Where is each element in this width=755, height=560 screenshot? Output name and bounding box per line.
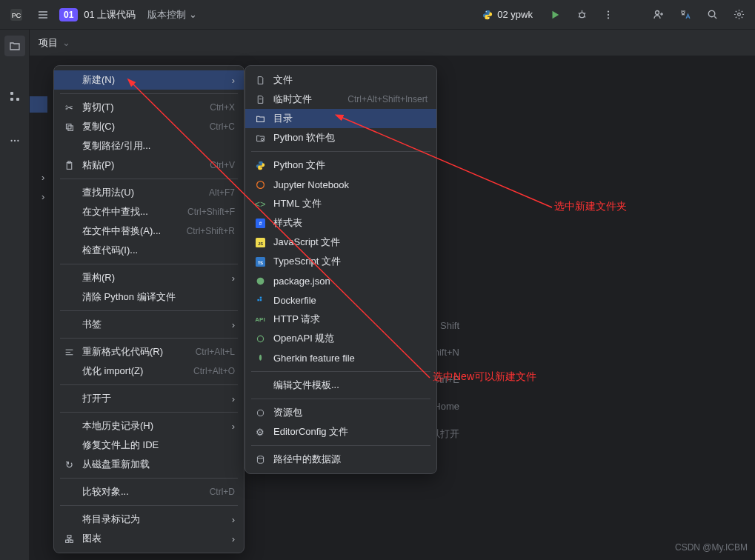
project-name[interactable]: 01 上课代码 — [84, 8, 136, 21]
new-openapi[interactable]: OpenAPI 规范 — [245, 329, 436, 348]
svg-rect-53 — [259, 296, 261, 298]
svg-point-43 — [256, 181, 264, 188]
code-with-me-icon[interactable] — [648, 4, 669, 25]
file-icon — [254, 74, 266, 86]
svg-line-20 — [714, 16, 716, 19]
new-html[interactable]: <>HTML 文件 — [245, 194, 436, 213]
new-python-file[interactable]: Python 文件 — [245, 156, 436, 175]
watermark: CSDN @My.ICBM — [675, 542, 748, 553]
svg-point-50 — [256, 277, 264, 284]
new-python-package[interactable]: Python 软件包 — [245, 128, 436, 147]
vcs-dropdown[interactable]: 版本控制⌄ — [142, 5, 203, 24]
menu-copy[interactable]: 复制(C)Ctrl+C — [54, 117, 244, 136]
menu-replace-in-files[interactable]: 在文件中替换(A)...Ctrl+Shift+R — [54, 221, 244, 241]
menu-cut[interactable]: ✂剪切(T)Ctrl+X — [54, 98, 244, 117]
svg-rect-24 — [16, 98, 19, 101]
new-package-json[interactable]: package.json — [245, 271, 436, 290]
left-toolstrip — [0, 30, 30, 560]
new-datasource[interactable]: 路径中的数据源 — [245, 450, 436, 469]
annotation-text-1: 选中新建文件夹 — [554, 200, 627, 213]
menu-open-in[interactable]: 打开于› — [54, 389, 244, 408]
main-menu-icon[interactable] — [33, 4, 53, 25]
http-icon: API — [254, 313, 266, 325]
menu-bookmarks[interactable]: 书签› — [54, 315, 244, 334]
html-icon: <> — [254, 198, 266, 210]
svg-rect-37 — [70, 540, 73, 542]
new-submenu: 文件 临时文件Ctrl+Alt+Shift+Insert 目录 Python 软… — [245, 65, 437, 474]
project-badge: 01 — [59, 8, 78, 21]
new-http[interactable]: APIHTTP 请求 — [245, 310, 436, 329]
menu-mark-dir[interactable]: 将目录标记为› — [54, 510, 244, 529]
menu-reformat[interactable]: 重新格式化代码(R)Ctrl+Alt+L — [54, 342, 244, 361]
package-icon — [254, 132, 266, 144]
menu-copy-path[interactable]: 复制路径/引用... — [54, 136, 244, 156]
top-bar: PC 01 01 上课代码 版本控制⌄ 02 ypwk — [0, 0, 755, 30]
menu-compare[interactable]: 比较对象...Ctrl+D — [54, 482, 244, 501]
svg-point-27 — [17, 140, 19, 141]
project-tool-icon[interactable] — [4, 36, 25, 56]
new-scratch[interactable]: 临时文件Ctrl+Alt+Shift+Insert — [245, 90, 436, 109]
menu-paste[interactable]: 粘贴(P)Ctrl+V — [54, 156, 244, 175]
editorconfig-icon: ⚙ — [254, 426, 266, 438]
css-icon: # — [254, 217, 266, 229]
js-icon: JS — [254, 236, 266, 248]
svg-line-10 — [584, 13, 585, 14]
copy-icon — [63, 121, 75, 133]
tree-chevron-icon[interactable]: › — [41, 191, 44, 202]
tree-selection — [30, 96, 47, 113]
run-button[interactable] — [545, 4, 565, 25]
search-icon[interactable] — [702, 4, 722, 25]
svg-text:PC: PC — [12, 12, 21, 19]
svg-point-54 — [257, 336, 263, 341]
new-jupyter[interactable]: Jupyter Notebook — [245, 175, 436, 194]
clipboard-icon — [63, 159, 75, 171]
menu-clean-pyc[interactable]: 清除 Python 编译文件 — [54, 287, 244, 307]
tree-chevron-icon[interactable]: › — [41, 172, 44, 183]
debug-button[interactable] — [571, 4, 592, 25]
npm-icon — [254, 275, 266, 287]
new-edit-templates[interactable]: 编辑文件模板... — [245, 376, 436, 395]
docker-icon — [254, 294, 266, 306]
project-panel-title[interactable]: 项目 — [39, 36, 58, 50]
more-tools-icon[interactable] — [4, 130, 25, 151]
more-icon[interactable] — [598, 4, 619, 25]
menu-find-in-files[interactable]: 在文件中查找...Ctrl+Shift+F — [54, 202, 244, 221]
menu-diagrams[interactable]: 图表› — [54, 529, 244, 548]
svg-rect-51 — [257, 299, 259, 300]
jupyter-icon — [254, 179, 266, 190]
new-ts[interactable]: TSTypeScript 文件 — [245, 252, 436, 271]
menu-new[interactable]: 新建(N)› — [54, 70, 244, 90]
new-directory[interactable]: 目录 — [245, 109, 436, 128]
project-panel-header: 项目 ⌄ — [30, 30, 755, 56]
menu-repair-ide[interactable]: 修复文件上的 IDE — [54, 436, 244, 455]
new-editorconfig[interactable]: ⚙EditorConfig 文件 — [245, 422, 436, 441]
run-config-selector[interactable]: 02 ypwk — [476, 6, 539, 23]
new-resource-bundle[interactable]: 资源包 — [245, 403, 436, 422]
svg-rect-35 — [67, 535, 71, 537]
menu-find-usages[interactable]: 查找用法(U)Alt+F7 — [54, 183, 244, 202]
svg-point-25 — [10, 140, 12, 141]
new-file[interactable]: 文件 — [245, 70, 436, 90]
menu-inspect-code[interactable]: 检查代码(I)... — [54, 241, 244, 260]
translate-icon[interactable] — [675, 4, 696, 25]
database-icon — [254, 453, 266, 465]
scratch-icon — [254, 93, 266, 105]
gherkin-icon — [254, 352, 266, 364]
diagram-icon — [63, 533, 75, 544]
menu-reload-disk[interactable]: ↻从磁盘重新加载 — [54, 455, 244, 474]
app-icon[interactable]: PC — [6, 4, 27, 25]
svg-point-56 — [257, 456, 263, 458]
new-stylesheet[interactable]: #样式表 — [245, 213, 436, 233]
svg-point-55 — [257, 410, 263, 416]
new-dockerfile[interactable]: Dockerfile — [245, 290, 436, 310]
svg-point-19 — [708, 10, 714, 16]
menu-local-history[interactable]: 本地历史记录(H)› — [54, 416, 244, 436]
menu-optimize-imports[interactable]: 优化 import(Z)Ctrl+Alt+O — [54, 361, 244, 381]
structure-tool-icon[interactable] — [4, 86, 25, 107]
new-gherkin[interactable]: Gherkin feature file — [245, 348, 436, 367]
scissors-icon: ✂ — [63, 101, 75, 113]
svg-text:TS: TS — [257, 260, 262, 264]
new-js[interactable]: JSJavaScript 文件 — [245, 233, 436, 252]
settings-icon[interactable] — [728, 4, 749, 25]
menu-refactor[interactable]: 重构(R)› — [54, 268, 244, 287]
